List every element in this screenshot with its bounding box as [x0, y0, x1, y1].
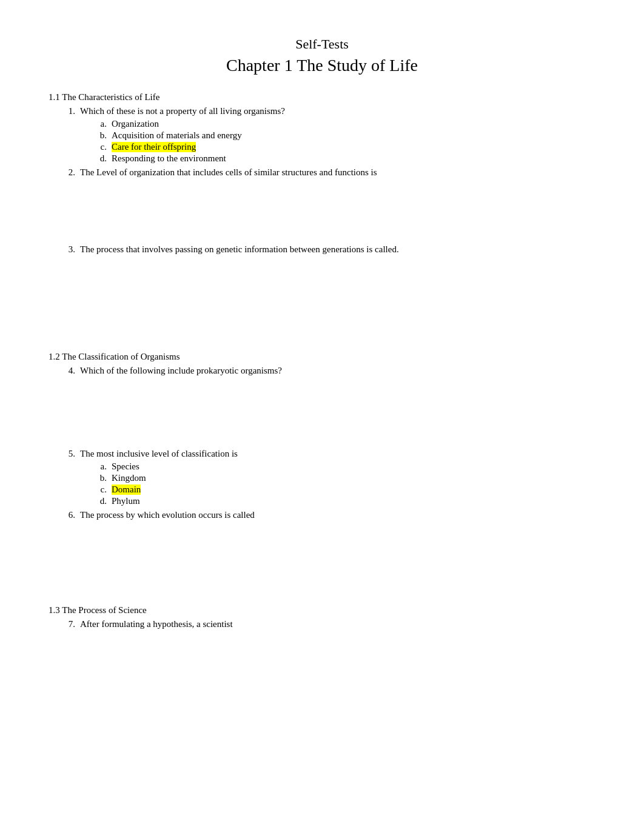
question-body: After formulating a hypothesis, a scient…: [80, 619, 233, 629]
answer-letter: c.: [97, 142, 107, 152]
question-number: 1.: [61, 106, 75, 116]
question-body: Which of these is not a property of all …: [80, 106, 285, 116]
answer-letter: b.: [97, 473, 107, 483]
answer-item: c.Domain: [97, 485, 595, 495]
section-section-1-3: 1.3 The Process of Science7.After formul…: [49, 605, 595, 680]
question-body: Which of the following include prokaryot…: [80, 366, 282, 376]
answer-text: Species: [112, 461, 139, 472]
section-section-1-1: 1.1 The Characteristics of Life1.Which o…: [49, 92, 595, 346]
answer-text: Organization: [112, 119, 159, 129]
question-body: The process by which evolution occurs is…: [80, 510, 255, 520]
answer-spacer: [61, 257, 595, 336]
question-text: 2.The Level of organization that include…: [61, 167, 595, 178]
answer-item: d.Responding to the environment: [97, 153, 595, 164]
answer-spacer: [61, 180, 595, 241]
answer-letter: b.: [97, 130, 107, 141]
answer-text: Acquisition of materials and energy: [112, 130, 242, 141]
question-number: 4.: [61, 366, 75, 376]
answer-text: Domain: [112, 485, 141, 495]
question-item: 4.Which of the following include prokary…: [61, 366, 595, 445]
answer-spacer: [61, 632, 595, 680]
answer-item: b.Kingdom: [97, 473, 595, 483]
section-heading-2: 1.3 The Process of Science: [49, 605, 595, 615]
question-text: 5.The most inclusive level of classifica…: [61, 449, 595, 459]
question-item: 6.The process by which evolution occurs …: [61, 510, 595, 589]
question-text: 7.After formulating a hypothesis, a scie…: [61, 619, 595, 629]
question-text: 1.Which of these is not a property of al…: [61, 106, 595, 116]
answer-item: c.Care for their offspring: [97, 142, 595, 152]
question-number: 6.: [61, 510, 75, 520]
question-item: 1.Which of these is not a property of al…: [61, 106, 595, 164]
answer-letter: c.: [97, 485, 107, 495]
page-title: Self-Tests: [49, 36, 595, 52]
question-number: 5.: [61, 449, 75, 459]
answer-text: Responding to the environment: [112, 153, 226, 164]
answer-letter: d.: [97, 153, 107, 164]
answer-text: Care for their offspring: [112, 142, 196, 152]
answer-item: d.Phylum: [97, 496, 595, 506]
question-body: The most inclusive level of classificati…: [80, 449, 238, 459]
answer-letter: d.: [97, 496, 107, 506]
answer-item: a.Species: [97, 461, 595, 472]
answer-spacer: [61, 378, 595, 445]
question-number: 7.: [61, 619, 75, 629]
section-heading-0: 1.1 The Characteristics of Life: [49, 92, 595, 102]
answer-letter: a.: [97, 119, 107, 129]
answer-text: Phylum: [112, 496, 140, 506]
question-text: 3.The process that involves passing on g…: [61, 244, 595, 255]
answer-letter: a.: [97, 461, 107, 472]
answer-item: b.Acquisition of materials and energy: [97, 130, 595, 141]
answer-spacer: [61, 523, 595, 589]
answer-text: Kingdom: [112, 473, 146, 483]
question-text: 6.The process by which evolution occurs …: [61, 510, 595, 520]
question-text: 4.Which of the following include prokary…: [61, 366, 595, 376]
question-item: 7.After formulating a hypothesis, a scie…: [61, 619, 595, 680]
question-item: 2.The Level of organization that include…: [61, 167, 595, 241]
question-item: 3.The process that involves passing on g…: [61, 244, 595, 336]
question-body: The Level of organization that includes …: [80, 167, 377, 178]
question-item: 5.The most inclusive level of classifica…: [61, 449, 595, 506]
answer-item: a.Organization: [97, 119, 595, 129]
section-section-1-2: 1.2 The Classification of Organisms4.Whi…: [49, 352, 595, 599]
question-number: 2.: [61, 167, 75, 178]
question-number: 3.: [61, 244, 75, 255]
question-body: The process that involves passing on gen…: [80, 244, 399, 255]
chapter-title: Chapter 1 The Study of Life: [49, 56, 595, 75]
section-heading-1: 1.2 The Classification of Organisms: [49, 352, 595, 362]
